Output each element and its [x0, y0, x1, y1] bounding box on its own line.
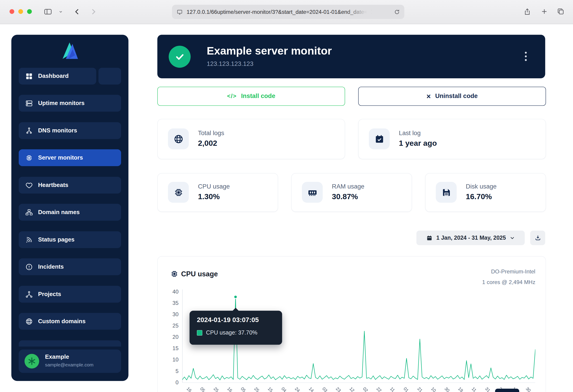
- last-log-card: Last log 1 year ago: [358, 119, 546, 159]
- user-menu[interactable]: Example sample@example.com: [18, 349, 121, 373]
- x-tick-label: 24. 06.: [294, 386, 307, 392]
- y-tick-label: 25: [158, 322, 179, 329]
- nodes-icon: [25, 290, 33, 298]
- address-bar[interactable]: 127.0.0.1/66uptime/server-monitor/3?&sta…: [172, 5, 404, 19]
- sidebar-item-dns-monitors[interactable]: DNS monitors: [18, 122, 121, 139]
- sidebar-item-label: Heartbeats: [38, 182, 68, 189]
- x-tick-label: 05. 02.: [199, 386, 212, 392]
- sidebar-item-partial[interactable]: [18, 340, 121, 346]
- stat-label: Total logs: [198, 129, 224, 137]
- browser-toolbar: 127.0.0.1/66uptime/server-monitor/3?&sta…: [0, 0, 573, 24]
- ram-icon: [302, 182, 323, 203]
- y-tick-label: 40: [158, 288, 179, 295]
- y-tick-label: 30: [158, 311, 179, 318]
- window-close-button[interactable]: [10, 9, 14, 14]
- grid-icon: [25, 72, 33, 80]
- sidebar-item-heartbeats[interactable]: Heartbeats: [18, 177, 121, 194]
- forward-button[interactable]: [89, 7, 98, 17]
- x-tick-label: 16. 03.: [226, 386, 239, 392]
- y-tick-label: 35: [158, 300, 179, 307]
- x-tick-label: 25. 02.: [213, 386, 226, 392]
- window-zoom-button[interactable]: [27, 9, 32, 14]
- y-tick-label: 5: [158, 367, 179, 374]
- chip-icon: [25, 154, 33, 161]
- notifications-button[interactable]: [98, 68, 121, 84]
- share-icon[interactable]: [523, 7, 531, 17]
- x-tick-label: 01. 12.: [403, 386, 416, 392]
- sidebar-item-server-monitors[interactable]: Server monitors: [18, 149, 121, 166]
- sidebar-item-label: DNS monitors: [38, 127, 77, 134]
- calendar-check-icon: [369, 128, 390, 149]
- sidebar-item-label: Uptime monitors: [38, 100, 85, 106]
- back-button[interactable]: [73, 7, 82, 17]
- status-check-icon: [169, 46, 191, 68]
- close-icon: ×: [427, 92, 431, 100]
- date-range-label: 1 Jan, 2024 - 31 May, 2025: [436, 234, 506, 241]
- cpu-usage-card: CPU usage 1.30%: [157, 173, 278, 212]
- server-name: DO-Premium-Intel: [491, 268, 535, 274]
- tab-overview-icon[interactable]: [556, 7, 565, 15]
- sidebar: Dashboard Uptime monitors: [11, 35, 128, 381]
- x-tick-label: 11. 11.: [389, 386, 402, 392]
- sidebar-item-dashboard[interactable]: Dashboard: [18, 68, 96, 84]
- sidebar-item-label: Status pages: [38, 236, 74, 243]
- total-logs-card: Total logs 2,002: [157, 119, 345, 159]
- ram-usage-card: RAM usage 30.87%: [291, 173, 412, 212]
- site-icon: [176, 9, 183, 15]
- reload-icon[interactable]: [394, 9, 400, 15]
- stat-value: 16.70%: [466, 192, 492, 201]
- install-code-label: Install code: [241, 92, 275, 100]
- sidebar-item-incidents[interactable]: Incidents: [18, 258, 121, 275]
- stat-value: 1 year ago: [399, 139, 437, 148]
- floating-widget[interactable]: [495, 389, 519, 392]
- series-swatch: [197, 330, 202, 335]
- monitor-ip: 123.123.123.123: [207, 60, 253, 68]
- x-tick-label: 04. 06.: [280, 386, 293, 392]
- dns-branch-icon: [25, 127, 33, 134]
- avatar: [24, 354, 39, 369]
- sidebar-item-label: Server monitors: [38, 154, 83, 161]
- sidebar-item-domain-names[interactable]: Domain names: [18, 204, 121, 221]
- sidebar-item-custom-domains[interactable]: Custom domains: [18, 313, 121, 330]
- signal-icon: [25, 236, 33, 244]
- y-tick-label: 15: [158, 345, 179, 352]
- tooltip-row: CPU usage: 37.70%: [197, 329, 258, 336]
- x-tick-label: 25. 04.: [253, 386, 266, 392]
- sidebar-item-label: Projects: [38, 291, 61, 297]
- sidebar-item-uptime-monitors[interactable]: Uptime monitors: [18, 95, 121, 112]
- cpu-chart-card: CPU usage DO-Premium-Intel 1 cores @ 2,4…: [157, 256, 546, 392]
- stat-label: Last log: [399, 129, 420, 137]
- tooltip-caret: [233, 308, 239, 311]
- chart-tooltip: 2024-01-19 03:07:05 CPU usage: 37.70%: [190, 311, 282, 345]
- date-range-picker[interactable]: 1 Jan, 2024 - 31 May, 2025: [416, 231, 525, 245]
- download-button[interactable]: [530, 231, 545, 245]
- chevron-down-icon: [510, 235, 515, 241]
- download-icon: [534, 234, 541, 241]
- stat-label: RAM usage: [332, 183, 365, 190]
- stat-label: Disk usage: [466, 183, 497, 190]
- new-tab-icon[interactable]: [540, 8, 548, 15]
- sidebar-toggle-icon[interactable]: [43, 7, 53, 16]
- calendar-icon: [426, 235, 432, 241]
- sitemap-icon: [25, 208, 33, 216]
- install-code-button[interactable]: </> Install code: [157, 87, 345, 106]
- x-tick-label: 30. 05.: [525, 386, 538, 392]
- x-tick-label: 21. 12.: [416, 386, 429, 392]
- tooltip-timestamp: 2024-01-19 03:07:05: [197, 316, 259, 324]
- uninstall-code-button[interactable]: × Uninstall code: [358, 87, 546, 106]
- x-tick-label: 14. 07.: [307, 386, 321, 392]
- url-text-wrap: 127.0.0.1/66uptime/server-monitor/3?&sta…: [187, 5, 372, 19]
- chevron-down-icon[interactable]: [59, 10, 63, 14]
- sidebar-item-status-pages[interactable]: Status pages: [18, 231, 121, 248]
- sidebar-item-label: Domain names: [38, 209, 80, 215]
- cpu-icon: [170, 270, 179, 280]
- tooltip-value: CPU usage: 37.70%: [206, 329, 257, 336]
- x-tick-label: 11. 03.: [470, 386, 483, 392]
- kebab-menu-icon[interactable]: [519, 50, 532, 63]
- app-logo: [59, 40, 81, 61]
- globe-icon: [25, 318, 33, 325]
- chart-title: CPU usage: [181, 270, 218, 278]
- disk-icon: [436, 182, 457, 203]
- window-minimize-button[interactable]: [18, 9, 23, 14]
- sidebar-item-projects[interactable]: Projects: [18, 286, 121, 303]
